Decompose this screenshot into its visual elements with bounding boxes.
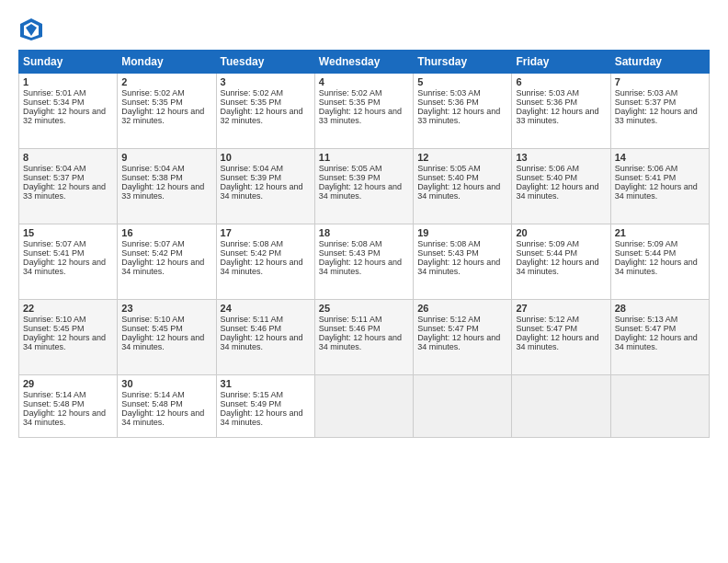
sunrise: Sunrise: 5:03 AM (516, 88, 579, 98)
sunset: Sunset: 5:39 PM (319, 173, 381, 182)
daylight: Daylight: 12 hours and 34 minutes. (615, 333, 698, 351)
daylight: Daylight: 12 hours and 34 minutes. (319, 258, 402, 276)
calendar-cell: 26 Sunrise: 5:12 AM Sunset: 5:47 PM Dayl… (414, 300, 512, 375)
sunrise: Sunrise: 5:10 AM (23, 315, 86, 324)
sunrise: Sunrise: 5:09 AM (615, 239, 678, 248)
calendar-cell: 22 Sunrise: 5:10 AM Sunset: 5:45 PM Dayl… (19, 300, 118, 375)
daylight: Daylight: 12 hours and 34 minutes. (121, 258, 204, 276)
calendar-cell (512, 375, 610, 438)
calendar-cell: 29 Sunrise: 5:14 AM Sunset: 5:48 PM Dayl… (19, 375, 118, 438)
calendar-cell (414, 375, 512, 438)
day-number: 13 (516, 152, 606, 163)
week-row-3: 15 Sunrise: 5:07 AM Sunset: 5:41 PM Dayl… (19, 224, 710, 300)
sunrise: Sunrise: 5:04 AM (221, 164, 284, 173)
sunset: Sunset: 5:42 PM (221, 248, 282, 258)
daylight: Daylight: 12 hours and 34 minutes. (319, 333, 402, 351)
calendar-cell (314, 375, 413, 438)
sunset: Sunset: 5:48 PM (23, 399, 85, 408)
day-number: 8 (23, 152, 113, 163)
day-number: 28 (615, 303, 705, 314)
sunset: Sunset: 5:39 PM (221, 173, 282, 182)
sunset: Sunset: 5:40 PM (417, 173, 479, 182)
daylight: Daylight: 12 hours and 34 minutes. (615, 182, 698, 201)
calendar-cell: 17 Sunrise: 5:08 AM Sunset: 5:42 PM Dayl… (216, 224, 314, 300)
day-number: 11 (319, 152, 409, 163)
sunrise: Sunrise: 5:15 AM (221, 390, 284, 399)
daylight: Daylight: 12 hours and 32 minutes. (221, 107, 303, 125)
daylight: Daylight: 12 hours and 33 minutes. (23, 182, 106, 201)
day-number: 14 (615, 152, 705, 163)
day-number: 6 (516, 76, 606, 87)
sunset: Sunset: 5:44 PM (516, 248, 577, 258)
calendar-cell: 8 Sunrise: 5:04 AM Sunset: 5:37 PM Dayli… (19, 149, 118, 224)
logo (18, 17, 48, 42)
calendar-cell: 23 Sunrise: 5:10 AM Sunset: 5:45 PM Dayl… (118, 300, 216, 375)
daylight: Daylight: 12 hours and 33 minutes. (615, 107, 698, 125)
day-number: 1 (23, 76, 113, 87)
daylight: Daylight: 12 hours and 34 minutes. (121, 333, 204, 351)
daylight: Daylight: 12 hours and 34 minutes. (516, 333, 598, 351)
day-number: 22 (23, 303, 113, 314)
calendar-cell: 21 Sunrise: 5:09 AM Sunset: 5:44 PM Dayl… (610, 224, 709, 300)
daylight: Daylight: 12 hours and 32 minutes. (23, 107, 106, 125)
sunset: Sunset: 5:41 PM (615, 173, 677, 182)
sunset: Sunset: 5:46 PM (221, 324, 282, 333)
week-row-2: 8 Sunrise: 5:04 AM Sunset: 5:37 PM Dayli… (19, 149, 710, 224)
day-header-tuesday: Tuesday (216, 51, 314, 74)
calendar-cell: 10 Sunrise: 5:04 AM Sunset: 5:39 PM Dayl… (216, 149, 314, 224)
daylight: Daylight: 12 hours and 34 minutes. (121, 408, 204, 427)
sunrise: Sunrise: 5:07 AM (121, 239, 185, 248)
sunset: Sunset: 5:42 PM (121, 248, 183, 258)
day-header-friday: Friday (512, 51, 610, 74)
calendar-cell: 25 Sunrise: 5:11 AM Sunset: 5:46 PM Dayl… (314, 300, 413, 375)
day-number: 10 (221, 152, 311, 163)
day-number: 15 (23, 227, 113, 238)
daylight: Daylight: 12 hours and 34 minutes. (221, 182, 303, 201)
calendar-cell: 24 Sunrise: 5:11 AM Sunset: 5:46 PM Dayl… (216, 300, 314, 375)
day-header-thursday: Thursday (414, 51, 512, 74)
sunrise: Sunrise: 5:13 AM (615, 315, 678, 324)
sunset: Sunset: 5:45 PM (121, 324, 183, 333)
daylight: Daylight: 12 hours and 33 minutes. (319, 107, 402, 125)
sunset: Sunset: 5:37 PM (23, 173, 85, 182)
sunrise: Sunrise: 5:02 AM (221, 88, 284, 98)
sunset: Sunset: 5:44 PM (615, 248, 677, 258)
calendar-cell: 18 Sunrise: 5:08 AM Sunset: 5:43 PM Dayl… (314, 224, 413, 300)
day-number: 29 (23, 378, 113, 389)
day-number: 27 (516, 303, 606, 314)
sunrise: Sunrise: 5:02 AM (121, 88, 185, 98)
calendar-cell: 4 Sunrise: 5:02 AM Sunset: 5:35 PM Dayli… (314, 74, 413, 149)
daylight: Daylight: 12 hours and 34 minutes. (417, 258, 500, 276)
week-row-5: 29 Sunrise: 5:14 AM Sunset: 5:48 PM Dayl… (19, 375, 710, 438)
day-number: 21 (615, 227, 705, 238)
sunrise: Sunrise: 5:11 AM (221, 315, 284, 324)
daylight: Daylight: 12 hours and 34 minutes. (221, 258, 303, 276)
day-number: 26 (417, 303, 507, 314)
calendar-cell: 20 Sunrise: 5:09 AM Sunset: 5:44 PM Dayl… (512, 224, 610, 300)
calendar-cell: 12 Sunrise: 5:05 AM Sunset: 5:40 PM Dayl… (414, 149, 512, 224)
daylight: Daylight: 12 hours and 33 minutes. (121, 182, 204, 201)
day-number: 17 (221, 227, 311, 238)
calendar-table: SundayMondayTuesdayWednesdayThursdayFrid… (18, 50, 710, 438)
day-number: 2 (121, 76, 211, 87)
calendar-cell: 2 Sunrise: 5:02 AM Sunset: 5:35 PM Dayli… (118, 74, 216, 149)
sunset: Sunset: 5:34 PM (23, 98, 85, 107)
sunrise: Sunrise: 5:04 AM (23, 164, 86, 173)
daylight: Daylight: 12 hours and 34 minutes. (221, 408, 303, 427)
day-number: 7 (615, 76, 705, 87)
daylight: Daylight: 12 hours and 34 minutes. (23, 333, 106, 351)
sunset: Sunset: 5:40 PM (516, 173, 577, 182)
daylight: Daylight: 12 hours and 34 minutes. (417, 182, 500, 201)
daylight: Daylight: 12 hours and 34 minutes. (417, 333, 500, 351)
header-row: SundayMondayTuesdayWednesdayThursdayFrid… (19, 51, 710, 74)
sunset: Sunset: 5:43 PM (417, 248, 479, 258)
sunset: Sunset: 5:49 PM (221, 399, 282, 408)
calendar-cell: 3 Sunrise: 5:02 AM Sunset: 5:35 PM Dayli… (216, 74, 314, 149)
logo-icon (18, 17, 44, 42)
day-number: 9 (121, 152, 211, 163)
day-header-sunday: Sunday (19, 51, 118, 74)
sunrise: Sunrise: 5:08 AM (417, 239, 481, 248)
sunrise: Sunrise: 5:09 AM (516, 239, 579, 248)
calendar-page: SundayMondayTuesdayWednesdayThursdayFrid… (0, 0, 728, 563)
day-header-saturday: Saturday (610, 51, 709, 74)
